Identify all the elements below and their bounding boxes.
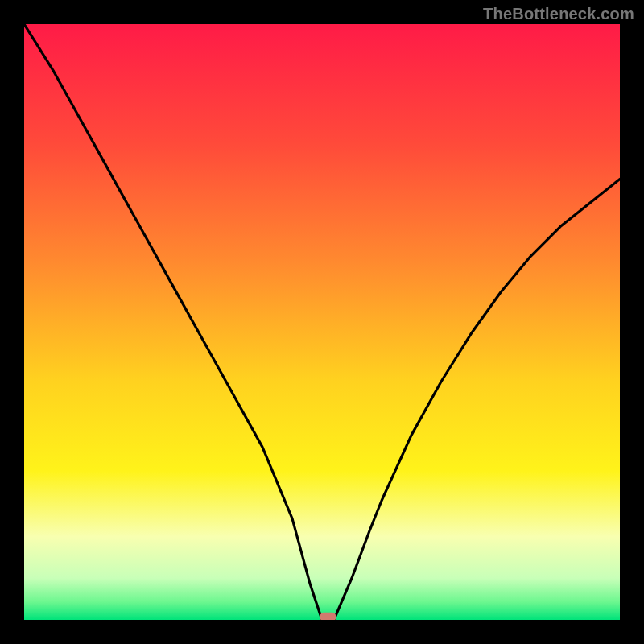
bottleneck-chart [24,24,620,620]
chart-frame: TheBottleneck.com [0,0,644,644]
plot-area [24,24,620,620]
watermark-text: TheBottleneck.com [483,5,634,23]
gradient-background [24,24,620,620]
optimum-marker [320,613,336,620]
